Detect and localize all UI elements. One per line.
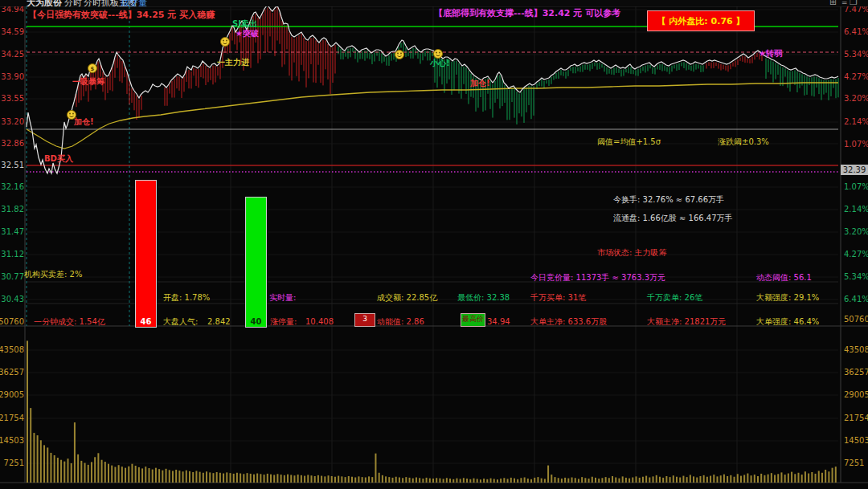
annotation-text: SJ卖出 <box>232 19 257 28</box>
price-axis-label: 34.59 <box>1 27 24 36</box>
volume-bar <box>250 474 252 483</box>
volume-bar <box>805 471 806 483</box>
minimize-icon[interactable]: ＝ <box>840 0 849 6</box>
volume-bar <box>530 479 532 483</box>
stat-text: 大单主净: 633.6万股 <box>530 317 607 326</box>
volume-bar <box>416 478 417 483</box>
volume-axis-label: 7251 <box>844 458 864 467</box>
volume-bar <box>348 476 350 483</box>
volume-bar <box>527 479 529 483</box>
percent-axis-label: 1.07% <box>844 140 868 149</box>
volume-bar <box>764 475 765 483</box>
volume-bar <box>293 475 295 483</box>
volume-bar <box>615 478 616 483</box>
annotation-text: BD买入 <box>44 154 73 163</box>
volume-axis-max: 50760 <box>0 317 24 326</box>
volume-bar <box>162 471 163 483</box>
volume-bar <box>195 471 197 483</box>
annotation-text: 加仓! <box>470 79 490 88</box>
volume-bar <box>63 462 65 483</box>
volume-bar <box>551 475 552 483</box>
volume-bar <box>584 478 586 483</box>
volume-bar <box>436 478 437 483</box>
volume-bar <box>628 479 630 483</box>
volume-bar <box>273 475 275 483</box>
volume-bar <box>439 479 440 483</box>
volume-bar <box>402 478 403 483</box>
volume-bar <box>801 475 803 483</box>
price-axis-label: 31.12 <box>1 250 24 259</box>
volume-bar <box>321 476 322 483</box>
volume-bar <box>270 475 272 483</box>
volume-bar <box>734 477 735 483</box>
inner-outer-ratio-box: 【 内外盘比: 0.76 】 <box>647 10 755 31</box>
volume-bar <box>108 464 109 483</box>
volume-bar <box>835 467 837 483</box>
volume-bar <box>659 477 661 483</box>
volume-bar <box>432 479 434 483</box>
volume-bar <box>371 477 373 483</box>
volume-bar <box>592 477 593 483</box>
volume-bar <box>166 469 167 483</box>
volume-bar <box>699 476 701 483</box>
volume-axis-label: 43508 <box>844 345 868 354</box>
volume-bar <box>740 476 742 483</box>
volume-bar <box>409 478 411 483</box>
volume-bar <box>578 479 579 483</box>
volume-bar <box>236 473 238 483</box>
volume-bar <box>345 477 346 483</box>
volume-bar <box>422 479 424 483</box>
volume-bar <box>815 474 817 483</box>
volume-bar <box>114 467 116 483</box>
volume-bar <box>639 478 641 483</box>
volume-bar <box>284 475 285 483</box>
volume-axis-label: 14503 <box>844 436 868 445</box>
volume-bar <box>138 467 140 483</box>
volume-bar <box>199 472 201 483</box>
volume-bar <box>37 435 39 483</box>
stat-text: 千万买单: 31笔 <box>530 293 586 302</box>
volume-bar <box>247 473 248 483</box>
volume-bar <box>226 472 227 483</box>
tab-volume[interactable]: 成交量 <box>121 0 147 6</box>
stat-text: 大额主净: 21821万元 <box>647 317 726 326</box>
volume-bar <box>358 476 359 483</box>
volume-bar <box>794 474 796 483</box>
price-axis-label: 32.51 <box>1 161 24 169</box>
volume-bar <box>818 471 820 483</box>
volume-bar <box>223 474 224 483</box>
maximize-icon[interactable]: ❐ <box>850 0 858 6</box>
volume-bar <box>564 478 566 483</box>
volume-bar <box>192 472 194 483</box>
volume-bar <box>460 479 461 483</box>
price-axis-label: 31.82 <box>1 205 24 214</box>
volume-bar <box>290 475 292 483</box>
intraday-chart-canvas[interactable]: $ <box>0 0 868 489</box>
volume-bar <box>828 471 829 483</box>
stat-text: 34.94 <box>487 317 510 326</box>
volume-bar <box>632 478 633 483</box>
stat-text: 大额强度: 29.1% <box>756 293 819 302</box>
tab-fenshi[interactable]: 分时 <box>64 0 82 6</box>
volume-bar <box>520 478 522 483</box>
volume-bar <box>77 454 79 483</box>
volume-bar <box>463 478 465 483</box>
volume-bar <box>777 474 779 483</box>
volume-bar <box>351 477 353 483</box>
percent-axis-label: 4.27% <box>844 250 868 259</box>
volume-bar <box>595 478 596 483</box>
volume-bar <box>636 476 637 483</box>
volume-bar <box>216 472 218 483</box>
volume-bar <box>287 475 289 483</box>
volume-bar <box>328 475 330 483</box>
volume-bar <box>581 477 583 483</box>
volume-bar <box>131 464 133 483</box>
volume-bar <box>125 468 126 483</box>
add-panel-icon[interactable]: ⊞ <box>829 0 837 6</box>
volume-bar <box>743 475 745 483</box>
volume-bar <box>280 475 282 483</box>
stat-text: 今日竞价量: 11373手 ≈ 3763.3万元 <box>530 273 665 282</box>
volume-bar <box>172 471 174 483</box>
volume-bar <box>264 475 265 483</box>
volume-axis-label: 36257 <box>0 368 24 377</box>
